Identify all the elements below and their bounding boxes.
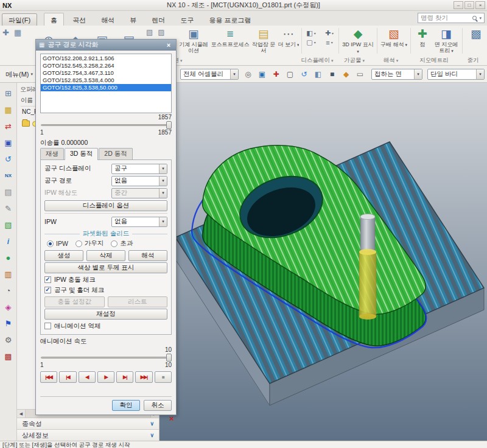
clipped-ribbon-button[interactable]: ▩ [464, 26, 487, 55]
scroll-left-icon[interactable]: ◀ [17, 410, 26, 418]
operation-navigator-icon[interactable]: ▦ [2, 104, 15, 116]
graphics-viewport[interactable]: × [159, 83, 487, 441]
tool-path-select[interactable]: 없음 [111, 176, 167, 186]
dependencies-section[interactable]: 종속성 ∨ [17, 418, 159, 429]
shop-documentation-button[interactable]: ▤ 작업장 문서 [250, 26, 278, 55]
ribbon-small-icon-2[interactable]: ▦ [14, 28, 21, 37]
point-snap-icon[interactable]: ✚ [270, 69, 282, 80]
speed-slider[interactable] [40, 354, 172, 362]
material-library-icon[interactable]: ▥ [2, 268, 15, 280]
close-button[interactable]: × [475, 1, 485, 9]
system-tools-icon[interactable]: ⚙ [2, 334, 15, 346]
slider-track[interactable] [41, 357, 171, 359]
ribbon-mini-icon-2[interactable]: ▨ [158, 28, 164, 37]
display-icon-4[interactable]: ≡ [322, 38, 337, 46]
3d-ipw-display-button[interactable]: ◆ 3D IPW 표시 [341, 26, 375, 55]
layer-settings-icon[interactable]: ▧ [2, 219, 15, 231]
ribbon-mini-icon-1[interactable]: ▧ [146, 28, 153, 37]
touch-panel-icon[interactable]: ▩ [2, 351, 15, 362]
selection-filter-icon[interactable]: ◎ [242, 69, 254, 80]
group-workpiece[interactable]: 가공물 [337, 57, 371, 65]
shaded-display-icon[interactable]: ◧ [312, 69, 324, 80]
cutting-tool[interactable] [359, 214, 376, 320]
suppress-animation-check[interactable]: 애니메이션 억제 [44, 321, 167, 331]
menu-button[interactable]: 메뉴(M) [2, 69, 37, 80]
display-icon-3[interactable]: ▢ [304, 38, 318, 46]
play-backward-button[interactable]: ◀ [79, 371, 96, 383]
point-button[interactable]: ✚ 점 [413, 26, 432, 55]
create-button[interactable]: 생성 [44, 250, 83, 261]
tab-replay[interactable]: 재생 [40, 148, 64, 159]
nx-help-icon[interactable]: NX [2, 170, 15, 181]
tangent-faces-select[interactable]: 접하는 면 [371, 69, 422, 80]
selection-scope-select[interactable]: 전체 어셈블리 [180, 69, 239, 80]
notes-icon[interactable]: ▤ [2, 186, 15, 198]
slider-handle[interactable] [166, 121, 172, 129]
go-to-start-button[interactable]: |◀◀ [40, 371, 57, 383]
sketch-icon[interactable]: ✎ [2, 203, 15, 214]
info-icon[interactable]: i [2, 236, 15, 247]
progress-slider[interactable] [40, 121, 172, 129]
solid-display-icon[interactable]: ■ [326, 69, 338, 80]
dialog-close-icon[interactable]: × [164, 41, 173, 49]
group-geometry[interactable]: 지오메트리 [410, 57, 458, 65]
group-analysis[interactable]: 해석 [374, 57, 408, 65]
radio-ipw[interactable]: IPW [47, 240, 68, 247]
history-icon[interactable]: ◔ [2, 285, 15, 296]
goto-line[interactable]: GOTO/152.754,3.467,3.110 [41, 69, 171, 77]
folder-icon[interactable] [22, 121, 30, 127]
analyze-button[interactable]: 해석 [128, 250, 167, 261]
machine-tool-navigator-icon[interactable]: ▣ [2, 137, 15, 149]
display-icon-2[interactable]: ✚ [322, 29, 337, 37]
more-button[interactable]: ⋯ 더 보기 [278, 26, 300, 55]
delete-button[interactable]: 삭제 [86, 250, 125, 261]
body-select[interactable]: 단일 바디 [427, 69, 485, 80]
minimize-button[interactable]: – [454, 1, 463, 9]
goto-line[interactable]: GOTO/152.545,3.258,2.264 [41, 62, 171, 69]
step-forward-button[interactable]: ▶| [116, 371, 133, 383]
process-assistant-icon[interactable]: ↺ [2, 153, 15, 165]
goto-line[interactable]: GOTO/152.825,3.538,4.000 [41, 77, 171, 84]
color-palette-icon[interactable]: ◈ [2, 301, 15, 313]
roles-icon[interactable]: ⚑ [2, 318, 15, 329]
goto-line[interactable]: GOTO/152.825,3.538,50.000 [41, 84, 171, 91]
group-clipped[interactable]: 중기 [460, 57, 486, 65]
goto-line[interactable]: GOTO/152.208,2.921,1.506 [41, 55, 171, 62]
play-button[interactable]: ▶ [97, 371, 114, 383]
step-back-button[interactable]: |◀ [59, 371, 76, 383]
ipw-collision-check[interactable]: IPW 충돌 체크 [44, 275, 167, 285]
rectangle-select-icon[interactable]: ▢ [284, 69, 296, 80]
window-layers-icon[interactable]: ⊞ [2, 88, 15, 99]
face-geometry-button[interactable]: ◨ 면 지오메트리 [432, 26, 460, 55]
slider-handle[interactable] [166, 354, 172, 362]
radio-gouge[interactable]: 가우지 [75, 239, 104, 248]
goto-list[interactable]: GOTO/152.208,2.921,1.506 GOTO/152.545,3.… [40, 54, 172, 113]
stop-button[interactable]: ■ [155, 371, 172, 383]
dialog-titlebar[interactable]: ▦ 공구 경로 시각화 × [36, 40, 176, 51]
thickness-by-color-button[interactable]: 색상 별로 두께 표시 [44, 262, 167, 273]
tab-2d-dynamic[interactable]: 2D 동적 [99, 148, 132, 159]
maximize-button[interactable]: □ [464, 1, 474, 9]
tool-display-select[interactable]: 공구 [111, 164, 167, 174]
display-icon-1[interactable]: ◧ [304, 29, 318, 37]
orient-view-icon[interactable]: ◆ [340, 69, 352, 80]
display-options-button[interactable]: 디스플레이 옵션 [44, 200, 167, 211]
go-to-end-button[interactable]: ▶▶| [135, 371, 152, 383]
draft-analysis-button[interactable]: ▧ 구배 해석 [379, 26, 408, 55]
refresh-icon[interactable]: ↺ [298, 69, 310, 80]
data-exchange-icon[interactable]: ⇄ [2, 121, 15, 132]
tool-holder-check[interactable]: 공구 및 홀더 체크 [44, 285, 167, 295]
ipw-select[interactable]: 없음 [111, 217, 167, 227]
postprocess-button[interactable]: ≡ 포스트프로세스 [211, 26, 250, 55]
grid-snap-icon[interactable]: ▣ [256, 69, 268, 80]
group-display[interactable]: 디스플레이 [300, 57, 335, 65]
ribbon-small-icon-1[interactable]: ✚ [2, 28, 9, 37]
machine-simulation-button[interactable]: ▣ 기계 시뮬레이션 [177, 26, 211, 55]
radio-excess[interactable]: 초과 [111, 239, 133, 248]
tab-3d-dynamic[interactable]: 3D 동적 [65, 148, 98, 160]
window-layout-icon[interactable]: ▭ [354, 69, 366, 80]
reset-button[interactable]: 재설정 [44, 309, 167, 320]
command-finder[interactable]: 명령 찾기 ▾ [418, 13, 485, 23]
web-browser-icon[interactable]: ● [2, 252, 15, 264]
slider-track[interactable] [41, 124, 171, 126]
